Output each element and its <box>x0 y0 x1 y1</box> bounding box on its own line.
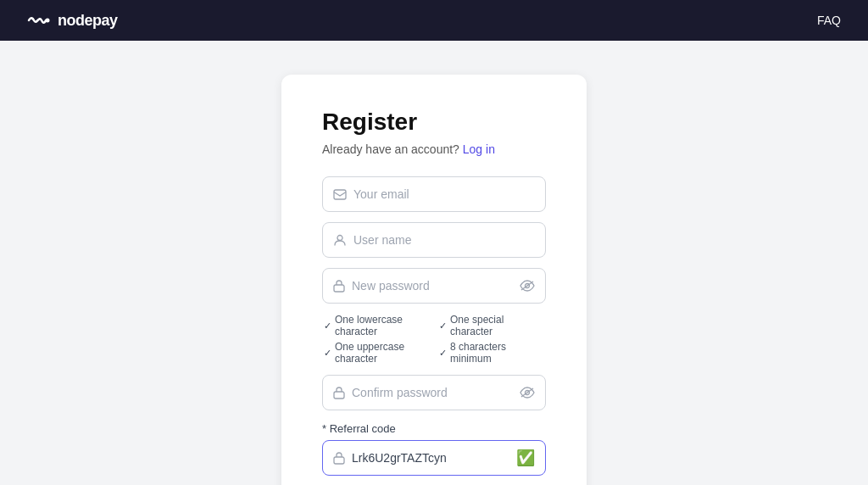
email-input-wrapper <box>322 176 546 212</box>
hint-lowercase: ✓ One lowercase character <box>324 314 429 337</box>
password-hints: ✓ One lowercase character ✓ One special … <box>322 314 546 365</box>
hint-minlength: ✓ 8 characters minimum <box>439 341 544 365</box>
username-field-group <box>322 222 546 258</box>
toggle-password-icon[interactable] <box>520 280 535 292</box>
subtitle-text: Already have an account? <box>322 142 459 156</box>
confirm-password-field-group <box>322 375 546 410</box>
referral-lock-icon <box>333 451 345 465</box>
referral-valid-icon: ✅ <box>516 449 535 467</box>
hint-check-1: ✓ <box>324 321 331 332</box>
hint-special-label: One special character <box>450 314 544 337</box>
email-input[interactable] <box>353 187 535 201</box>
toggle-confirm-password-icon[interactable] <box>520 387 535 399</box>
page-title: Register <box>322 109 546 136</box>
svg-rect-9 <box>334 457 344 464</box>
user-icon <box>333 233 347 247</box>
confirm-lock-icon <box>333 386 345 399</box>
new-password-field-group <box>322 268 546 304</box>
new-password-input[interactable] <box>352 279 513 293</box>
new-password-input-wrapper <box>322 268 546 304</box>
referral-field-group: * Referral code ✅ <box>322 422 546 476</box>
svg-point-0 <box>46 19 50 23</box>
svg-point-2 <box>337 236 342 241</box>
navbar: nodepay FAQ <box>0 0 868 41</box>
page-container: Register Already have an account? Log in <box>0 41 868 485</box>
logo-icon <box>27 12 51 29</box>
referral-label: * Referral code <box>322 422 546 435</box>
hint-special: ✓ One special character <box>439 314 544 337</box>
username-input[interactable] <box>353 233 535 247</box>
hint-check-4: ✓ <box>439 348 447 359</box>
confirm-password-input-wrapper <box>322 375 546 410</box>
hint-uppercase-label: One uppercase character <box>335 341 429 365</box>
confirm-password-input[interactable] <box>352 386 513 399</box>
username-input-wrapper <box>322 222 546 258</box>
referral-input-wrapper: ✅ <box>322 440 546 476</box>
svg-rect-3 <box>334 285 344 292</box>
email-field-group <box>322 176 546 212</box>
referral-input[interactable] <box>352 451 509 465</box>
faq-link[interactable]: FAQ <box>817 14 841 27</box>
hint-check-2: ✓ <box>439 321 447 332</box>
lock-icon <box>333 279 345 293</box>
page-subtitle: Already have an account? Log in <box>322 142 546 156</box>
email-icon <box>333 189 347 200</box>
hint-uppercase: ✓ One uppercase character <box>324 341 429 365</box>
svg-rect-6 <box>334 392 344 399</box>
login-link[interactable]: Log in <box>463 142 495 156</box>
hint-lowercase-label: One lowercase character <box>335 314 429 337</box>
logo: nodepay <box>27 12 118 30</box>
hint-minlength-label: 8 characters minimum <box>450 341 544 365</box>
logo-text: nodepay <box>58 12 118 30</box>
hint-check-3: ✓ <box>324 348 331 359</box>
svg-rect-1 <box>334 190 346 199</box>
register-card: Register Already have an account? Log in <box>281 75 587 485</box>
